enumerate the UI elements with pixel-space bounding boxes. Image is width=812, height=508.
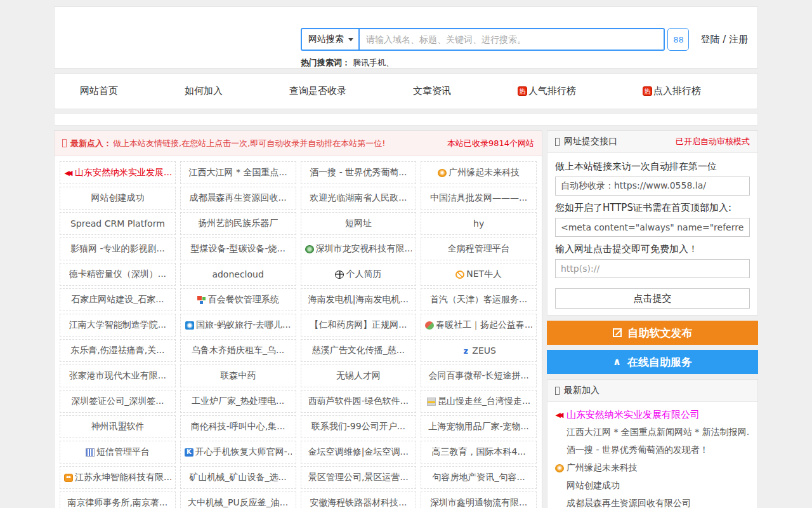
site-link[interactable]: 无锡人才网 xyxy=(301,364,417,387)
site-link-label: 开心手机恢复大师官网-... xyxy=(195,446,292,458)
site-link[interactable]: 山东安然纳米实业发展... xyxy=(60,161,176,184)
submit-url-button[interactable]: 点击提交 xyxy=(555,288,750,309)
site-link[interactable]: 张家港市现代木业有限... xyxy=(60,364,176,387)
site-link-label: 【仁和药房网】正规网... xyxy=(310,319,407,331)
site-link[interactable]: 高三教育，国际本科4... xyxy=(421,441,537,464)
site-link-label: 金坛空调维修|金坛空调... xyxy=(308,446,409,458)
site-link[interactable]: 上海宠物用品厂家-宠物... xyxy=(421,415,537,438)
nav-item-label: 查询是否收录 xyxy=(289,85,346,97)
search-input[interactable] xyxy=(360,28,665,51)
site-link[interactable]: 短信管理平台 xyxy=(60,441,176,464)
site-link[interactable]: 南京律师事务所,南京著... xyxy=(60,491,176,508)
site-link-label: 短信管理平台 xyxy=(96,446,150,458)
search-button[interactable]: 88 xyxy=(667,28,689,51)
site-link[interactable]: 影猫网 -专业的影视剧... xyxy=(60,237,176,260)
site-link[interactable]: 深圳市鑫明通物流有限... xyxy=(421,491,537,508)
latest-item[interactable]: 广州缘起未来科技 xyxy=(555,459,750,477)
site-link[interactable]: 联系我们-99公司开户... xyxy=(301,415,417,438)
site-link[interactable]: 商伦科技-呼叫中心,集... xyxy=(180,415,296,438)
site-link[interactable]: 昆山慢走丝_台湾慢走... xyxy=(421,390,537,413)
nav-item-label: 人气排行榜 xyxy=(528,85,576,97)
latest-item[interactable]: 酒一搜 - 世界优秀葡萄酒的发现者！ xyxy=(555,441,750,459)
site-link[interactable]: ZEUS xyxy=(421,339,537,362)
site-link[interactable]: 全病程管理平台 xyxy=(421,237,537,260)
nav-item-4[interactable]: 文章资讯 xyxy=(413,85,451,97)
site-link[interactable]: 国旅-蚂蚁旅行-去哪儿... xyxy=(180,314,296,337)
site-link[interactable]: 首汽（天津）客运服务... xyxy=(421,288,537,311)
site-link[interactable]: 开心手机恢复大师官网-... xyxy=(180,441,296,464)
site-link-label: 东乐膏,伤湿祛痛膏,关... xyxy=(70,345,164,356)
login-register-link[interactable]: 登陆 / 注册 xyxy=(700,34,748,46)
url-input-field[interactable] xyxy=(555,259,750,278)
search-category-select[interactable]: 网站搜索 xyxy=(301,28,360,51)
soft-article-button[interactable]: 自助软文发布 xyxy=(547,321,758,345)
nav-item-1[interactable]: 网站首页 xyxy=(80,85,118,97)
site-link[interactable]: 春暖社工｜扬起公益春... xyxy=(421,314,537,337)
latest-item-label: 网站创建成功 xyxy=(566,480,620,491)
site-link[interactable]: 乌鲁木齐婚庆租车_乌... xyxy=(180,339,296,362)
self-service-button[interactable]: ∧ 在线自助服务 xyxy=(547,350,758,374)
site-link[interactable]: 个人简历 xyxy=(301,263,417,286)
site-link[interactable]: 深圳签证公司_深圳签... xyxy=(60,390,176,413)
latest-item[interactable]: 成都晨森再生资源回收有限公司 xyxy=(555,495,750,508)
orange-face-icon xyxy=(64,474,73,482)
nav-item-2[interactable]: 如何加入 xyxy=(185,85,223,97)
site-link[interactable]: 江苏永坤智能科技有限... xyxy=(60,466,176,489)
site-link[interactable]: Spread CRM Platform xyxy=(60,212,176,235)
site-link[interactable]: 金坛空调维修|金坛空调... xyxy=(301,441,417,464)
green-red-icon xyxy=(425,321,434,330)
site-link[interactable]: 广州缘起未来科技 xyxy=(421,161,537,184)
site-link[interactable]: 海南发电机|海南发电机... xyxy=(301,288,417,311)
site-link-label: 个人简历 xyxy=(346,269,381,280)
latest-panel: 最新加入 山东安然纳米实业发展有限公司江西大江网 * 全国重点新闻网站 * 新法… xyxy=(547,379,758,508)
site-link[interactable]: 成都晨森再生资源回收... xyxy=(180,187,296,210)
site-link-label: 工业炉厂家_热处理电... xyxy=(192,396,284,407)
site-link-label: 欢迎光临湖南省人民政... xyxy=(310,192,407,204)
site-link[interactable]: 江南大学智能制造学院... xyxy=(60,314,176,337)
site-link[interactable]: 扬州艺韵民族乐器厂 xyxy=(180,212,296,235)
meta-referrer-field[interactable] xyxy=(555,218,750,237)
site-link[interactable]: 中国洁具批发网———... xyxy=(421,187,537,210)
site-link[interactable]: 欢迎光临湖南省人民政... xyxy=(301,187,417,210)
nav-item-5[interactable]: 热人气排行榜 xyxy=(518,85,576,97)
site-link-label: 安徽海程铁路器材科技... xyxy=(310,497,407,508)
auto-include-url-field[interactable] xyxy=(555,177,750,196)
search-category-label: 网站搜索 xyxy=(308,34,344,45)
site-link[interactable]: 西葫芦软件园-绿色软件... xyxy=(301,390,417,413)
squares-icon xyxy=(197,296,206,304)
site-link-label: 百会餐饮管理系统 xyxy=(208,294,279,305)
site-link[interactable]: 网站创建成功 xyxy=(60,187,176,210)
site-link[interactable]: NET牛人 xyxy=(421,263,537,286)
site-link[interactable]: 景区管理公司,景区运营... xyxy=(301,466,417,489)
site-link[interactable]: 矿山机械_矿山设备_选... xyxy=(180,466,296,489)
site-link[interactable]: 东乐膏,伤湿祛痛膏,关... xyxy=(60,339,176,362)
site-link[interactable]: 短网址 xyxy=(301,212,417,235)
site-link[interactable]: adonecloud xyxy=(180,263,296,286)
site-link[interactable]: 会同百事微帮-长短途拼... xyxy=(421,364,537,387)
site-link[interactable]: 【仁和药房网】正规网... xyxy=(301,314,417,337)
site-link[interactable]: 型煤设备-型碳设备-烧... xyxy=(180,237,296,260)
orange-circle-icon xyxy=(438,169,447,177)
latest-item[interactable]: 山东安然纳米实业发展有限公司 xyxy=(555,406,750,424)
site-link-label: 景区管理公司,景区运营... xyxy=(308,472,409,483)
nav-item-6[interactable]: 热点入排行榜 xyxy=(643,85,701,97)
latest-item[interactable]: 网站创建成功 xyxy=(555,477,750,495)
site-link[interactable]: hy xyxy=(421,212,537,235)
site-link[interactable]: 百会餐饮管理系统 xyxy=(180,288,296,311)
site-link-label: 高三教育，国际本科4... xyxy=(431,446,525,458)
site-link[interactable]: 深圳市龙安视科技有限... xyxy=(301,237,417,260)
site-link[interactable]: 句容房地产资讯_句容... xyxy=(421,466,537,489)
site-link[interactable]: 神州讯盟软件 xyxy=(60,415,176,438)
site-link[interactable]: 江西大江网 * 全国重点... xyxy=(180,161,296,184)
site-link[interactable]: 联森中药 xyxy=(180,364,296,387)
site-link[interactable]: 石家庄网站建设_石家... xyxy=(60,288,176,311)
nav-item-3[interactable]: 查询是否收录 xyxy=(289,85,346,97)
site-link[interactable]: 安徽海程铁路器材科技... xyxy=(301,491,417,508)
latest-item[interactable]: 江西大江网 * 全国重点新闻网站 * 新法制报网... xyxy=(555,424,750,441)
site-link[interactable]: 大中机械_PU反应釜_油... xyxy=(180,491,296,508)
site-link[interactable]: 酒一搜 - 世界优秀葡萄... xyxy=(301,161,417,184)
hot-search-word[interactable]: 腾讯手机、 xyxy=(353,58,394,67)
site-link[interactable]: 工业炉厂家_热处理电... xyxy=(180,390,296,413)
site-link[interactable]: 德卡精密量仪（深圳）... xyxy=(60,263,176,286)
site-link[interactable]: 慈溪广告文化传播_慈... xyxy=(301,339,417,362)
